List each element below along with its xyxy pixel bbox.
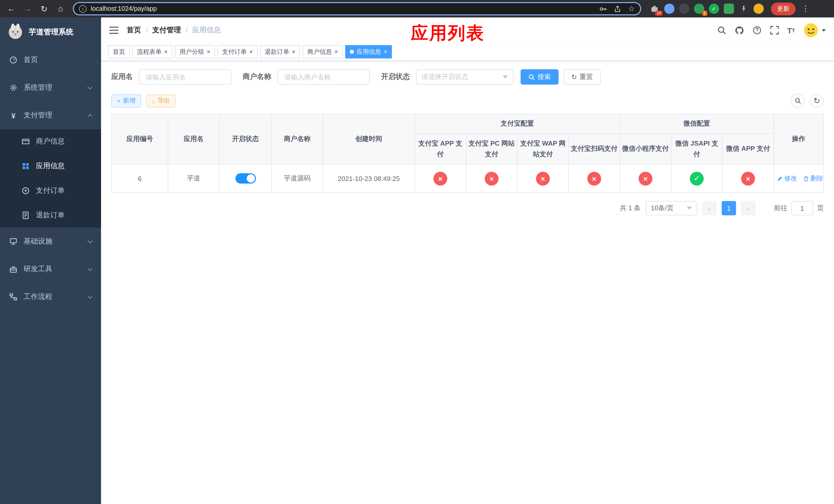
sidebar-item-workflow[interactable]: 工作流程 xyxy=(0,283,101,311)
tab-close-icon[interactable]: × xyxy=(164,49,168,55)
sidebar-item-pay-order[interactable]: 支付订单 xyxy=(0,178,101,203)
cell-wechat-app: × xyxy=(722,165,774,193)
refund-doc-icon xyxy=(22,211,30,220)
filter-form: 应用名 商户名称 开启状态 请选择开启状态 搜索 xyxy=(111,69,824,85)
help-question-icon[interactable] xyxy=(752,26,762,35)
tab-close-icon[interactable]: × xyxy=(334,49,338,55)
share-icon[interactable] xyxy=(614,5,621,13)
extension-green-check-icon[interactable]: ✓ xyxy=(709,4,719,14)
breadcrumb-item[interactable]: 支付管理 xyxy=(152,26,181,35)
sidebar-item-home[interactable]: 首页 xyxy=(0,46,101,74)
browser-home-icon[interactable]: ⌂ xyxy=(53,2,68,16)
tab-pay-order[interactable]: 支付订单 × xyxy=(218,45,258,59)
extension-badge: 10 xyxy=(655,11,663,16)
breadcrumb: 首页 / 支付管理 / 应用信息 xyxy=(127,26,221,35)
prev-page-button[interactable]: ‹ xyxy=(702,201,717,215)
browser-reload-icon[interactable]: ↻ xyxy=(37,2,51,16)
infrastructure-icon xyxy=(9,237,18,246)
extension-green-square-icon[interactable] xyxy=(724,4,734,14)
tab-app-info[interactable]: 应用信息 × xyxy=(345,45,392,59)
sidebar-item-dev-tools[interactable]: 研发工具 xyxy=(0,255,101,283)
toggle-search-button[interactable] xyxy=(791,94,805,108)
sidebar-item-label: 系统管理 xyxy=(24,83,52,92)
sidebar-item-app-info[interactable]: 应用信息 xyxy=(0,154,101,178)
tab-label: 用户分组 xyxy=(179,47,204,56)
extension-face-icon[interactable] xyxy=(753,4,764,14)
url-text[interactable]: localhost:1024/pay/app xyxy=(91,5,592,12)
tab-process-form[interactable]: 流程表单 × xyxy=(132,45,172,59)
tab-refund-order[interactable]: 退款订单 × xyxy=(260,45,300,59)
tab-close-icon[interactable]: × xyxy=(292,49,295,55)
sidebar-collapse-icon[interactable] xyxy=(109,27,118,34)
sidebar-item-infrastructure[interactable]: 基础设施 xyxy=(0,228,101,255)
breadcrumb-item[interactable]: 首页 xyxy=(127,26,141,35)
site-info-icon[interactable]: i xyxy=(79,5,87,13)
app-name-input[interactable] xyxy=(139,69,231,85)
payment-submenu: 商户信息 应用信息 支付订单 xyxy=(0,129,101,228)
tab-label: 首页 xyxy=(113,47,125,56)
workflow-icon xyxy=(9,293,18,301)
sidebar-item-system[interactable]: 系统管理 xyxy=(0,74,101,101)
github-icon[interactable] xyxy=(734,25,744,35)
sidebar-item-payment[interactable]: ¥ 支付管理 xyxy=(0,101,101,129)
tab-merchant-info[interactable]: 商户信息 × xyxy=(303,45,343,59)
browser-menu-icon[interactable]: ⋮ xyxy=(802,4,809,13)
breadcrumb-item-current: 应用信息 xyxy=(192,26,221,35)
sidebar-item-refund-order[interactable]: 退款订单 xyxy=(0,203,101,228)
chevron-down-icon xyxy=(87,238,93,243)
font-size-icon[interactable]: TT xyxy=(787,26,795,35)
browser-back-icon[interactable]: ← xyxy=(4,2,19,16)
extension-dark-icon[interactable] xyxy=(679,4,689,14)
col-group-alipay: 支付宝配置 xyxy=(415,114,620,134)
page-number-1[interactable]: 1 xyxy=(722,201,736,215)
add-button[interactable]: + 新增 xyxy=(111,94,141,108)
search-icon[interactable] xyxy=(717,26,726,35)
tab-close-icon[interactable]: × xyxy=(207,49,210,55)
reset-button[interactable]: ↻ 重置 xyxy=(564,69,601,85)
fullscreen-icon[interactable] xyxy=(770,26,779,35)
bookmark-star-icon[interactable]: ☆ xyxy=(628,4,635,13)
app-title: 芋道管理系统 xyxy=(29,27,73,37)
browser-forward-icon[interactable]: → xyxy=(21,2,35,16)
goto-page: 前往 页 xyxy=(774,201,824,215)
page-size-select[interactable]: 10条/页 xyxy=(646,201,697,215)
tab-label: 流程表单 xyxy=(137,47,161,56)
sidebar-item-merchant-info[interactable]: 商户信息 xyxy=(0,129,101,154)
sidebar-item-label: 退款订单 xyxy=(36,211,65,220)
edit-button[interactable]: 修改 xyxy=(777,174,797,183)
tab-user-group[interactable]: 用户分组 × xyxy=(175,45,215,59)
user-avatar[interactable] xyxy=(803,23,826,38)
delete-button[interactable]: 删除 xyxy=(803,174,823,183)
col-header-create-time: 创建时间 xyxy=(323,114,415,165)
cell-alipay-wap: × xyxy=(517,165,569,193)
extension-pin-icon[interactable] xyxy=(739,4,749,14)
status-select[interactable]: 请选择开启状态 xyxy=(416,69,513,85)
next-page-button[interactable]: › xyxy=(741,201,755,215)
extension-avatar-icon[interactable]: 1 xyxy=(694,4,704,14)
page-content: 应用名 商户名称 开启状态 请选择开启状态 搜索 xyxy=(101,61,834,504)
cell-merchant: 芋道源码 xyxy=(271,165,323,193)
status-toggle[interactable] xyxy=(235,174,256,184)
address-bar[interactable]: i localhost:1024/pay/app ☆ xyxy=(73,2,641,15)
col-header-wechat-app: 微信 APP 支付 xyxy=(722,134,774,165)
status-label: 开启状态 xyxy=(381,72,410,82)
tab-close-icon[interactable]: × xyxy=(249,49,253,55)
merchant-name-input[interactable] xyxy=(278,69,370,85)
sidebar-logo[interactable]: 芋道管理系统 xyxy=(0,18,101,46)
goto-page-input[interactable] xyxy=(791,201,813,215)
status-select-placeholder: 请选择开启状态 xyxy=(422,72,468,82)
download-icon: ↓ xyxy=(152,97,155,104)
extensions-puzzle-icon[interactable]: 10 xyxy=(649,4,660,14)
cell-status xyxy=(219,165,271,193)
logo-avatar xyxy=(7,24,24,40)
tab-close-icon[interactable]: × xyxy=(384,49,387,55)
col-header-alipay-app: 支付宝 APP 支付 xyxy=(415,134,466,165)
password-key-icon[interactable] xyxy=(599,5,607,13)
extension-blue-icon[interactable] xyxy=(664,4,675,14)
export-button[interactable]: ↓ 导出 xyxy=(146,94,175,108)
search-button[interactable]: 搜索 xyxy=(521,69,558,85)
browser-toolbar: ← → ↻ ⌂ i localhost:1024/pay/app ☆ xyxy=(0,0,834,18)
tab-home[interactable]: 首页 xyxy=(108,45,130,59)
refresh-table-button[interactable]: ↻ xyxy=(810,94,824,108)
browser-update-button[interactable]: 更新 xyxy=(771,2,795,15)
